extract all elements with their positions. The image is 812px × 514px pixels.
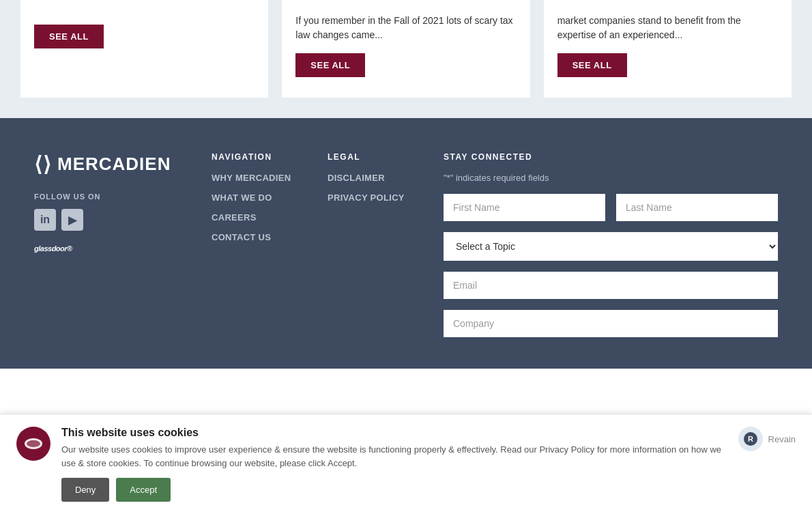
footer: ⟨⟩ MERCADIEN FOLLOW US ON in ▶ glassdoor… — [0, 118, 812, 369]
youtube-icon[interactable]: ▶ — [61, 209, 83, 231]
contact-us-link[interactable]: CONTACT US — [212, 232, 300, 242]
name-row — [444, 194, 778, 221]
stay-connected-title: STAY CONNECTED — [444, 152, 778, 162]
email-input[interactable] — [444, 272, 778, 299]
footer-stay-connected-column: STAY CONNECTED "*" indicates required fi… — [444, 152, 778, 348]
required-fields-note: "*" indicates required fields — [444, 173, 778, 183]
disclaimer-link[interactable]: DISCLAIMER — [328, 173, 416, 183]
legal-title: LEGAL — [328, 152, 416, 162]
what-we-do-link[interactable]: WHAT WE DO — [212, 192, 300, 203]
social-icons-group: in ▶ — [34, 209, 184, 231]
company-input[interactable] — [444, 310, 778, 337]
first-name-input[interactable] — [444, 194, 605, 221]
footer-logo-column: ⟨⟩ MERCADIEN FOLLOW US ON in ▶ glassdoor… — [34, 152, 184, 348]
why-mercadien-link[interactable]: WHY MERCADIEN — [212, 173, 300, 183]
navigation-title: NAVIGATION — [212, 152, 300, 162]
card-1-see-all-button[interactable]: SEE ALL — [34, 25, 104, 48]
footer-logo: ⟨⟩ MERCADIEN — [34, 152, 184, 176]
card-2-see-all-button[interactable]: SEE ALL — [295, 53, 365, 77]
follow-us-label: FOLLOW US ON — [34, 192, 184, 201]
card-3-text: market companies stand to benefit from t… — [557, 14, 778, 42]
glassdoor-text: glassdoor — [34, 244, 67, 253]
cards-section: SEE ALL If you remember in the Fall of 2… — [0, 0, 812, 118]
linkedin-icon[interactable]: in — [34, 209, 56, 231]
topic-select[interactable]: Select a Topic Tax Accounting Advisory O… — [444, 232, 778, 261]
careers-link[interactable]: CAREERS — [212, 212, 300, 223]
card-2-text: If you remember in the Fall of 2021 lots… — [295, 14, 516, 42]
card-3: market companies stand to benefit from t… — [544, 0, 792, 98]
footer-navigation-column: NAVIGATION WHY MERCADIEN WHAT WE DO CARE… — [212, 152, 300, 348]
glassdoor-registered: ® — [67, 244, 72, 253]
card-3-see-all-button[interactable]: SEE ALL — [557, 53, 627, 77]
privacy-policy-link[interactable]: PRIVACY POLICY — [328, 192, 416, 203]
footer-legal-column: LEGAL DISCLAIMER PRIVACY POLICY — [328, 152, 416, 348]
card-2: If you remember in the Fall of 2021 lots… — [282, 0, 530, 98]
logo-name: MERCADIEN — [57, 154, 171, 175]
last-name-input[interactable] — [616, 194, 778, 221]
logo-icon: ⟨⟩ — [34, 152, 52, 176]
glassdoor-logo: glassdoor® — [34, 244, 184, 259]
card-1: SEE ALL — [20, 0, 268, 98]
